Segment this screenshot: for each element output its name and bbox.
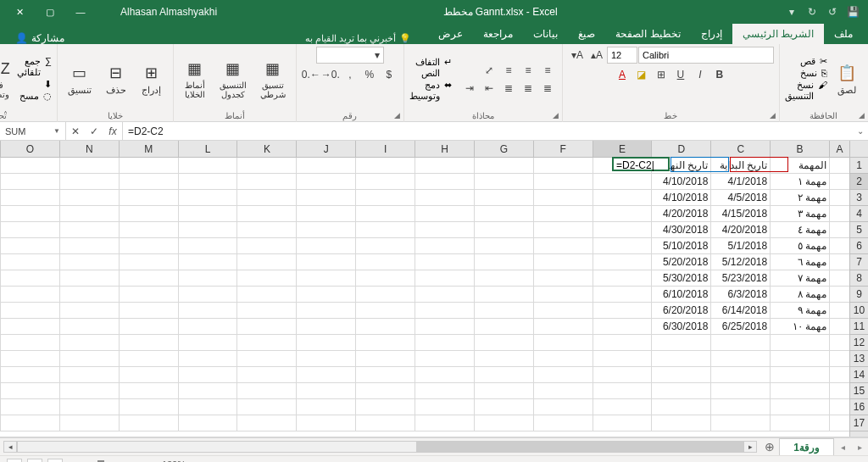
- delete-cells-button[interactable]: ⊟حذف: [100, 59, 132, 99]
- row-header-3[interactable]: 3: [850, 190, 868, 206]
- cell-I6[interactable]: [355, 238, 415, 254]
- hscroll-thumb[interactable]: [416, 442, 743, 452]
- row-header-12[interactable]: 12: [850, 335, 868, 351]
- cell-E6[interactable]: [593, 238, 652, 254]
- cell-H8[interactable]: [415, 270, 474, 287]
- cell-C17[interactable]: [710, 415, 770, 431]
- cell-I5[interactable]: [355, 222, 415, 238]
- cell-N11[interactable]: [59, 319, 119, 335]
- cell-K3[interactable]: [236, 190, 296, 206]
- cell-I4[interactable]: [355, 206, 415, 222]
- window-minimize-button[interactable]: —: [68, 0, 93, 24]
- column-header-N[interactable]: N: [59, 141, 119, 157]
- cell-G3[interactable]: [474, 190, 533, 206]
- hscroll-track[interactable]: [17, 441, 743, 453]
- insert-cells-button[interactable]: ⊞إدراج: [136, 59, 168, 99]
- cell-K14[interactable]: [236, 367, 296, 383]
- cell-E4[interactable]: [593, 206, 652, 222]
- cell-B11[interactable]: مهمة ١٠: [770, 319, 829, 335]
- cell-G14[interactable]: [474, 367, 533, 383]
- view-normal-icon[interactable]: [7, 459, 22, 463]
- cell-H10[interactable]: [415, 303, 474, 319]
- add-sheet-button[interactable]: ⊕: [760, 438, 779, 455]
- font-name-select[interactable]: [638, 47, 774, 64]
- orientation-icon[interactable]: ⤢: [480, 62, 498, 79]
- cell-styles-button[interactable]: ▦أنماط الخلايا: [179, 55, 211, 103]
- cell-F17[interactable]: [533, 415, 593, 431]
- cell-H17[interactable]: [415, 415, 474, 431]
- cell-B4[interactable]: مهمة ٣: [770, 206, 829, 222]
- view-page-break-icon[interactable]: [47, 459, 63, 463]
- cell-L7[interactable]: [178, 254, 237, 270]
- cell-D16[interactable]: [651, 399, 710, 415]
- cell-F3[interactable]: [533, 190, 593, 206]
- cell-A8[interactable]: [829, 270, 849, 287]
- cell-C1[interactable]: تاريخ البداية: [710, 158, 770, 174]
- cell-I14[interactable]: [355, 367, 415, 383]
- cell-A13[interactable]: [829, 351, 849, 367]
- border-button[interactable]: ⊞: [652, 66, 670, 83]
- cell-M9[interactable]: [119, 287, 178, 303]
- cell-D7[interactable]: 5/20/2018: [651, 254, 710, 270]
- cell-L16[interactable]: [178, 399, 237, 415]
- paste-button[interactable]: 📋لصق: [831, 59, 863, 99]
- hscroll-right-icon[interactable]: ▸: [743, 441, 757, 453]
- cell-K1[interactable]: [236, 158, 296, 174]
- cell-M14[interactable]: [119, 367, 178, 383]
- cell-F8[interactable]: [533, 270, 593, 287]
- cell-O13[interactable]: [0, 351, 59, 367]
- cell-G9[interactable]: [474, 287, 533, 303]
- cell-I11[interactable]: [355, 319, 415, 335]
- cell-M16[interactable]: [119, 399, 178, 415]
- cell-L4[interactable]: [178, 206, 237, 222]
- cell-N17[interactable]: [59, 415, 119, 431]
- cell-F13[interactable]: [533, 351, 593, 367]
- cell-E10[interactable]: [593, 303, 652, 319]
- qat-save-icon[interactable]: 💾: [844, 3, 861, 20]
- cell-K11[interactable]: [236, 319, 296, 335]
- cell-M15[interactable]: [119, 383, 178, 399]
- decrease-decimal-icon[interactable]: ←.0: [302, 66, 320, 83]
- cell-O15[interactable]: [0, 383, 59, 399]
- cell-N7[interactable]: [59, 254, 119, 270]
- cell-F16[interactable]: [533, 399, 593, 415]
- align-middle-icon[interactable]: ≡: [519, 62, 537, 79]
- cell-F11[interactable]: [533, 319, 593, 335]
- cell-K7[interactable]: [236, 254, 296, 270]
- column-header-J[interactable]: J: [296, 141, 355, 157]
- cell-N13[interactable]: [59, 351, 119, 367]
- enter-edit-button[interactable]: ✓: [85, 122, 103, 141]
- cell-F15[interactable]: [533, 383, 593, 399]
- cell-C16[interactable]: [710, 399, 770, 415]
- cell-L9[interactable]: [178, 287, 237, 303]
- tab-view[interactable]: عرض: [428, 24, 473, 44]
- row-header-10[interactable]: 10: [850, 303, 868, 319]
- cell-F7[interactable]: [533, 254, 593, 270]
- increase-decimal-icon[interactable]: .0→: [321, 66, 340, 83]
- cell-N8[interactable]: [59, 270, 119, 287]
- cell-O6[interactable]: [0, 238, 59, 254]
- column-header-E[interactable]: E: [593, 141, 652, 157]
- cell-D5[interactable]: 4/30/2018: [651, 222, 710, 238]
- cell-C9[interactable]: 6/3/2018: [710, 287, 770, 303]
- sheet-nav-next-icon[interactable]: ◂: [834, 438, 851, 455]
- cell-N1[interactable]: [59, 158, 119, 174]
- cell-E8[interactable]: [593, 270, 652, 287]
- cell-E2[interactable]: [593, 174, 652, 190]
- cell-L3[interactable]: [178, 190, 237, 206]
- row-header-13[interactable]: 13: [850, 351, 868, 367]
- row-header-4[interactable]: 4: [850, 206, 868, 222]
- cell-K12[interactable]: [236, 335, 296, 351]
- cell-L2[interactable]: [178, 174, 237, 190]
- cell-E9[interactable]: [593, 287, 652, 303]
- alignment-launcher-icon[interactable]: ◢: [553, 111, 559, 120]
- cell-O9[interactable]: [0, 287, 59, 303]
- share-button[interactable]: 👤 مشاركة: [5, 32, 75, 44]
- cell-M13[interactable]: [119, 351, 178, 367]
- cell-B5[interactable]: مهمة ٤: [770, 222, 829, 238]
- formula-input[interactable]: [123, 122, 853, 140]
- cell-A5[interactable]: [829, 222, 849, 238]
- cell-I13[interactable]: [355, 351, 415, 367]
- cell-N12[interactable]: [59, 335, 119, 351]
- cell-A1[interactable]: [829, 158, 849, 174]
